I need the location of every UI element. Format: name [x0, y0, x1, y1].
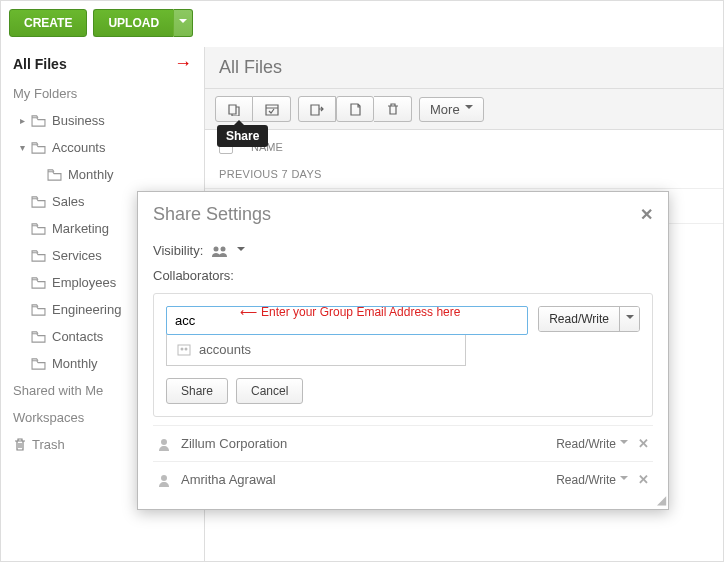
trash-icon: [386, 102, 400, 116]
toolbar: More Share: [205, 89, 723, 130]
folder-icon: [31, 331, 46, 343]
folder-icon: [31, 277, 46, 289]
visibility-label: Visibility:: [153, 243, 203, 258]
chevron-down-icon: [619, 307, 639, 331]
user-icon: [157, 437, 171, 451]
remove-collaborator-button[interactable]: ✕: [638, 472, 649, 487]
folder-icon: [31, 250, 46, 262]
svg-point-0: [214, 246, 219, 251]
svg-point-1: [221, 246, 226, 251]
folder-icon: [31, 196, 46, 208]
suggestion-text: accounts: [199, 342, 251, 357]
folder-business[interactable]: ▸Business: [19, 107, 200, 134]
folder-icon: [31, 358, 46, 370]
page-title: All Files: [205, 47, 723, 89]
collaborator-permission[interactable]: Read/Write: [556, 437, 628, 451]
folder-monthly-sub[interactable]: Monthly: [19, 161, 200, 188]
folder-icon: [31, 115, 46, 127]
delete-button[interactable]: [374, 96, 412, 122]
permission-dropdown[interactable]: Read/Write: [538, 306, 640, 332]
folder-icon: [31, 304, 46, 316]
close-button[interactable]: ✕: [640, 205, 653, 224]
folder-label: Monthly: [52, 356, 98, 371]
sidebar-trash-label: Trash: [32, 437, 65, 452]
annotation-arrow-icon: →: [174, 53, 192, 74]
folder-label: Marketing: [52, 221, 109, 236]
collapse-icon[interactable]: ▾: [17, 142, 27, 153]
column-header: NAME: [205, 130, 723, 160]
folder-icon: [47, 169, 62, 181]
collaborator-add-box: Read/Write accounts Share Cancel: [153, 293, 653, 417]
more-label: More: [430, 102, 460, 117]
share-icon: [226, 102, 242, 116]
svg-point-5: [161, 439, 167, 445]
approve-button[interactable]: [253, 96, 291, 122]
permission-text: Read/Write: [556, 473, 616, 487]
collaborator-name: Amritha Agrawal: [181, 472, 546, 487]
permission-text: Read/Write: [556, 437, 616, 451]
folder-icon: [31, 142, 46, 154]
folder-label: Services: [52, 248, 102, 263]
collaborator-list: Zillum Corporation Read/Write ✕ Amritha …: [153, 425, 653, 497]
folder-label: Employees: [52, 275, 116, 290]
folder-label: Monthly: [68, 167, 114, 182]
svg-point-4: [185, 347, 188, 350]
expand-icon[interactable]: ▸: [17, 115, 27, 126]
remove-collaborator-button[interactable]: ✕: [638, 436, 649, 451]
people-icon: [211, 245, 229, 257]
user-icon: [157, 473, 171, 487]
trash-icon: [13, 437, 27, 452]
sidebar-my-folders-label: My Folders: [5, 80, 200, 107]
copy-icon: [347, 102, 363, 116]
svg-point-3: [181, 347, 184, 350]
chevron-down-icon: [465, 105, 473, 113]
chevron-down-icon: [620, 476, 628, 484]
calendar-check-icon: [264, 102, 280, 116]
copy-button[interactable]: [336, 96, 374, 122]
collaborators-label: Collaborators:: [153, 264, 653, 287]
chevron-down-icon: [179, 19, 187, 27]
folder-icon: [31, 223, 46, 235]
chevron-down-icon: [620, 440, 628, 448]
create-button[interactable]: CREATE: [9, 9, 87, 37]
share-button[interactable]: [215, 96, 253, 122]
collaborator-row: Zillum Corporation Read/Write ✕: [153, 425, 653, 461]
sidebar-all-files-label: All Files: [13, 56, 67, 72]
collaborator-name: Zillum Corporation: [181, 436, 546, 451]
svg-point-6: [161, 475, 167, 481]
share-settings-dialog: Share Settings ✕ Visibility: Collaborato…: [137, 191, 669, 510]
dialog-title: Share Settings: [153, 204, 271, 225]
group-icon: [177, 344, 191, 356]
folder-label: Engineering: [52, 302, 121, 317]
more-button[interactable]: More: [419, 97, 484, 122]
folder-label: Sales: [52, 194, 85, 209]
upload-button-group: UPLOAD: [93, 9, 193, 37]
export-button[interactable]: [298, 96, 336, 122]
svg-rect-2: [178, 345, 190, 355]
folder-accounts[interactable]: ▾Accounts: [19, 134, 200, 161]
folder-label: Business: [52, 113, 105, 128]
collaborator-input[interactable]: [166, 306, 528, 335]
share-confirm-button[interactable]: Share: [166, 378, 228, 404]
folder-label: Accounts: [52, 140, 105, 155]
upload-dropdown-chevron[interactable]: [173, 9, 193, 37]
autocomplete-suggestion[interactable]: accounts: [166, 334, 466, 366]
collaborator-row: Amritha Agrawal Read/Write ✕: [153, 461, 653, 497]
visibility-dropdown[interactable]: [237, 247, 245, 255]
section-label: PREVIOUS 7 DAYS: [205, 160, 723, 188]
sidebar-all-files[interactable]: All Files →: [5, 47, 200, 80]
collaborator-permission[interactable]: Read/Write: [556, 473, 628, 487]
folder-label: Contacts: [52, 329, 103, 344]
permission-label: Read/Write: [539, 307, 619, 331]
visibility-row: Visibility:: [153, 237, 653, 264]
export-icon: [309, 102, 325, 116]
cancel-button[interactable]: Cancel: [236, 378, 303, 404]
upload-button[interactable]: UPLOAD: [93, 9, 173, 37]
share-tooltip: Share: [217, 125, 268, 147]
